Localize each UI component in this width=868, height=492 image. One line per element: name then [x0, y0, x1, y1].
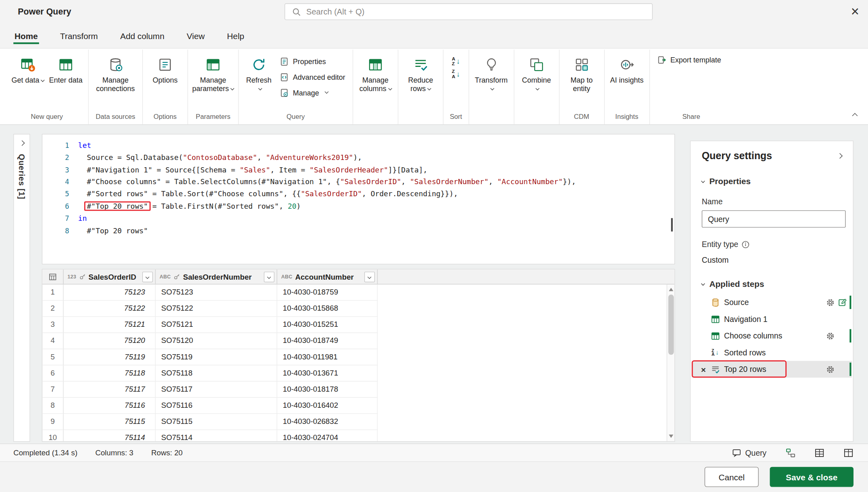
manage-columns-button[interactable]: Manage columns [357, 51, 394, 93]
advanced-editor-button[interactable]: Advanced editor [276, 71, 349, 83]
table-cell[interactable]: SO75121 [156, 317, 277, 333]
export-template-button[interactable]: Export template [654, 51, 725, 64]
info-icon[interactable] [741, 240, 750, 249]
table-cell[interactable]: SO75120 [156, 333, 277, 349]
sort-ascending-button[interactable]: AZ ↓ [452, 56, 460, 66]
table-cell[interactable]: 10-4030-011981 [277, 349, 378, 365]
table-cell[interactable]: 75116 [64, 398, 156, 414]
code-line[interactable]: 6 #"Top 20 rows" = Table.FirstN(#"Sorted… [42, 200, 674, 212]
ai-insights-button[interactable]: AI insights [608, 51, 645, 85]
queries-pane-collapsed[interactable]: Queries [1] [13, 134, 30, 442]
table-cell[interactable]: 10-4030-016402 [277, 398, 378, 414]
table-cell[interactable]: 75119 [64, 349, 156, 365]
gear-icon[interactable] [824, 298, 836, 307]
code-line[interactable]: 1let [42, 139, 674, 152]
manage-parameters-button[interactable]: Manage parameters [192, 51, 234, 93]
scrollbar-thumb[interactable] [668, 295, 674, 355]
gear-icon[interactable] [824, 365, 836, 374]
table-cell[interactable]: 10-4030-024704 [277, 430, 378, 441]
table-cell[interactable]: SO75115 [156, 414, 277, 430]
code-line[interactable]: 3 #"Navigation 1" = Source{[Schema = "Sa… [42, 164, 674, 176]
table-cell[interactable]: SO75116 [156, 398, 277, 414]
applied-step-top-20-rows[interactable]: ×Top 20 rows [692, 361, 852, 378]
column-header-salesorderid[interactable]: 123 SalesOrderID [64, 270, 156, 284]
cancel-button[interactable]: Cancel [704, 467, 758, 487]
expand-queries-icon[interactable] [19, 140, 25, 146]
code-line[interactable]: 7in [42, 212, 674, 224]
formula-editor[interactable]: 1let2 Source = Sql.Database("ContosoData… [42, 134, 675, 264]
table-cell[interactable]: 10-4030-026832 [277, 414, 378, 430]
collapse-ribbon-button[interactable] [852, 113, 858, 118]
edit-source-icon[interactable] [836, 298, 848, 307]
collapse-settings-icon[interactable] [837, 153, 843, 159]
table-cell[interactable]: SO75123 [156, 284, 277, 301]
query-name-input[interactable] [702, 210, 845, 228]
table-cell[interactable]: SO75122 [156, 301, 277, 317]
table-cell[interactable]: SO75114 [156, 430, 277, 441]
manage-button[interactable]: Manage [276, 87, 349, 99]
table-cell[interactable]: 75123 [64, 284, 156, 301]
table-cell[interactable]: 75115 [64, 414, 156, 430]
code-line[interactable]: 8 #"Top 20 rows" [42, 224, 674, 237]
column-filter-button[interactable] [264, 271, 274, 282]
tab-add-column[interactable]: Add column [120, 31, 164, 48]
applied-step-sorted-rows[interactable]: ZA↓Sorted rows [692, 344, 852, 361]
table-cell[interactable]: 75121 [64, 317, 156, 333]
manage-connections-button[interactable]: Manage connections [93, 51, 139, 93]
properties-section-header[interactable]: Properties [702, 176, 845, 186]
get-data-button[interactable]: Get data [10, 51, 46, 85]
reduce-rows-button[interactable]: Reduce rows [402, 51, 439, 93]
tab-transform[interactable]: Transform [60, 31, 98, 48]
applied-steps-section-header[interactable]: Applied steps [702, 279, 845, 289]
map-to-entity-button[interactable]: Map to entity [563, 51, 600, 93]
refresh-button[interactable]: Refresh [243, 51, 275, 93]
sort-descending-button[interactable]: ZA ↓ [452, 69, 460, 79]
table-cell[interactable]: SO75119 [156, 349, 277, 365]
enter-data-button[interactable]: Enter data [48, 51, 84, 85]
table-cell[interactable]: 10-4030-013671 [277, 365, 378, 382]
table-cell[interactable]: SO75118 [156, 365, 277, 382]
search-input[interactable] [306, 7, 646, 16]
grid-corner-cell[interactable] [42, 270, 64, 284]
table-cell[interactable]: 10-4030-015251 [277, 317, 378, 333]
query-view-button[interactable]: Query [732, 448, 766, 458]
close-icon[interactable]: × [851, 3, 859, 20]
table-cell[interactable]: 75114 [64, 430, 156, 441]
tab-home[interactable]: Home [15, 31, 38, 48]
applied-step-choose-columns[interactable]: Choose columns [692, 328, 852, 345]
delete-step-icon[interactable]: × [697, 365, 709, 374]
options-button[interactable]: Options [147, 51, 183, 85]
table-cell[interactable]: 10-4030-018759 [277, 284, 378, 301]
applied-step-navigation-1[interactable]: Navigation 1 [692, 311, 852, 328]
code-line[interactable]: 5 #"Sorted rows" = Table.Sort(#"Choose c… [42, 188, 674, 200]
table-cell[interactable]: 75118 [64, 365, 156, 382]
search-box[interactable] [284, 3, 653, 20]
vertical-scrollbar[interactable] [667, 284, 674, 441]
table-cell[interactable]: 75120 [64, 333, 156, 349]
scroll-up-icon[interactable] [669, 288, 673, 291]
applied-step-source[interactable]: Source [692, 294, 852, 311]
data-view-button[interactable] [814, 448, 824, 458]
table-cell[interactable]: 10-4030-018178 [277, 382, 378, 398]
editor-scrollbar-thumb[interactable] [671, 218, 673, 231]
column-header-accountnumber[interactable]: ABC AccountNumber [277, 270, 378, 284]
code-line[interactable]: 2 Source = Sql.Database("ContosoDatabase… [42, 152, 674, 164]
gear-icon[interactable] [824, 331, 836, 341]
diagram-view-button[interactable] [785, 448, 795, 458]
column-header-salesordernumber[interactable]: ABC SalesOrderNumber [156, 270, 277, 284]
column-filter-button[interactable] [364, 271, 375, 282]
tab-help[interactable]: Help [227, 31, 244, 48]
table-cell[interactable]: 75122 [64, 301, 156, 317]
scroll-down-icon[interactable] [669, 434, 673, 438]
schema-view-button[interactable] [843, 448, 853, 458]
transform-button[interactable]: Transform [473, 51, 509, 93]
table-cell[interactable]: 75117 [64, 382, 156, 398]
combine-button[interactable]: Combine [518, 51, 554, 93]
table-cell[interactable]: 10-4030-018749 [277, 333, 378, 349]
save-and-close-button[interactable]: Save & close [770, 467, 853, 487]
tab-view[interactable]: View [187, 31, 205, 48]
properties-button[interactable]: Properties [276, 55, 349, 67]
table-cell[interactable]: SO75117 [156, 382, 277, 398]
column-filter-button[interactable] [142, 271, 153, 282]
code-line[interactable]: 4 #"Choose columns" = Table.SelectColumn… [42, 176, 674, 188]
